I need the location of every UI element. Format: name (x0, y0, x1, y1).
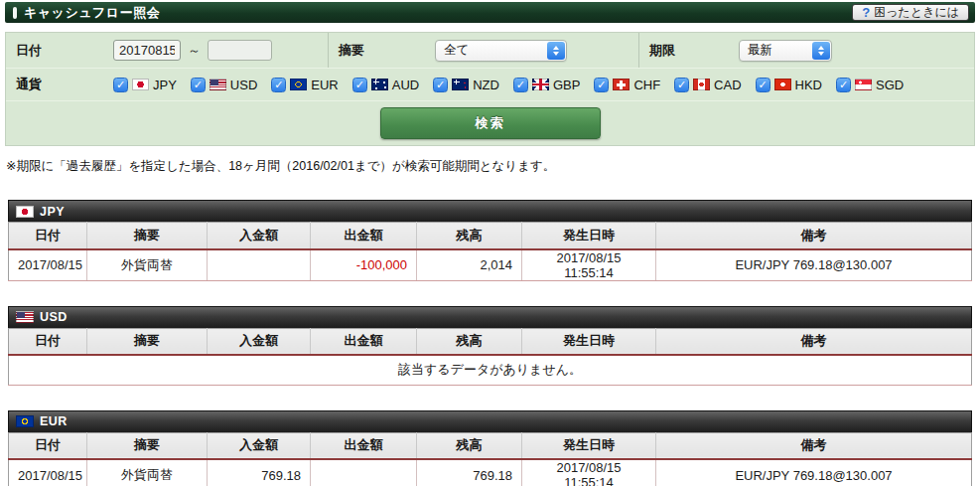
cashflow-table: 日付摘要入金額出金額残高発生日時備考 2017/08/15外貨両替769.187… (8, 432, 972, 486)
checkbox-checked-icon[interactable]: ✓ (674, 78, 689, 92)
date-to-input[interactable] (208, 40, 272, 61)
summary-select[interactable]: 全て (435, 40, 567, 62)
currency-flag-icon (613, 79, 630, 90)
column-header: 備考 (656, 223, 972, 249)
currency-flag-icon (210, 79, 226, 90)
checkbox-checked-icon[interactable]: ✓ (113, 78, 128, 92)
currency-checkbox-item[interactable]: ✓ AUD (352, 78, 419, 92)
cell-balance: 769.18 (417, 459, 522, 486)
currency-flag-icon (16, 311, 34, 323)
column-header: 備考 (656, 432, 972, 459)
column-header: 日付 (9, 432, 87, 459)
no-data-message: 該当するデータがありません。 (9, 355, 972, 385)
column-header: 摘要 (87, 328, 208, 355)
column-header: 発生日時 (522, 328, 656, 355)
currency-section-header: EUR (8, 410, 972, 432)
currency-checkbox-item[interactable]: ✓ CAD (674, 78, 741, 92)
date-from-input[interactable] (113, 40, 181, 61)
currency-flag-icon (132, 79, 149, 90)
column-header: 日付 (9, 223, 87, 249)
currency-code-label: CHF (633, 78, 660, 92)
column-header: 摘要 (87, 432, 208, 459)
currency-checkbox-item[interactable]: ✓ HKD (756, 78, 822, 92)
search-button[interactable]: 検索 (380, 107, 601, 139)
filter-row-search: 検索 (6, 101, 974, 145)
currency-code-label: GBP (553, 78, 580, 92)
summary-filter-group: 摘要 全て (329, 33, 639, 68)
currency-flag-icon (693, 79, 710, 90)
column-header: 摘要 (87, 223, 208, 249)
help-button-label: 困ったときには (874, 4, 959, 21)
currency-checkbox-list: ✓ JPY ✓ USD ✓ EUR ✓ AUD ✓ NZD ✓ GBP ✓ CH… (113, 78, 917, 92)
currency-section-title: EUR (40, 414, 68, 428)
date-label: 日付 (6, 42, 113, 60)
column-header: 出金額 (311, 432, 417, 459)
filter-row-currency: 通貨 ✓ JPY ✓ USD ✓ EUR ✓ AUD ✓ NZD ✓ GBP ✓… (6, 69, 974, 101)
help-button[interactable]: ? 困ったときには (852, 4, 969, 21)
page-title: キャッシュフロー照会 (24, 4, 160, 22)
table-row: 2017/08/15外貨両替769.18769.182017/08/15 11:… (9, 459, 972, 486)
search-period-note: ※期限に「過去履歴」を指定した場合、18ヶ月間（2016/02/01まで）が検索… (6, 158, 975, 175)
cashflow-table: 日付摘要入金額出金額残高発生日時備考 該当するデータがありません。 (8, 328, 972, 386)
currency-checkbox-item[interactable]: ✓ USD (191, 78, 257, 92)
term-filter-group: 期限 最新 (639, 33, 974, 68)
cell-balance: 2,014 (417, 249, 522, 281)
page: キャッシュフロー照会 ? 困ったときには 日付 ～ 摘要 全て (0, 0, 980, 175)
currency-section: EUR 日付摘要入金額出金額残高発生日時備考 2017/08/15外貨両替769… (8, 410, 972, 486)
cell-deposit (208, 249, 311, 281)
currency-label: 通貨 (6, 76, 113, 93)
cell-withdrawal (311, 459, 417, 486)
table-row: 2017/08/15外貨両替-100,0002,0142017/08/15 11… (9, 249, 972, 281)
currency-flag-icon (16, 415, 34, 427)
currency-flag-icon (452, 79, 469, 90)
cell-datetime: 2017/08/15 11:55:14 (522, 249, 656, 281)
currency-checkbox-item[interactable]: ✓ GBP (513, 78, 580, 92)
column-header: 残高 (417, 223, 522, 249)
currency-code-label: JPY (153, 78, 177, 92)
cell-remarks: EUR/JPY 769.18@130.007 (656, 249, 972, 281)
column-header: 備考 (656, 328, 972, 355)
checkbox-checked-icon[interactable]: ✓ (433, 78, 448, 92)
currency-flag-icon (774, 79, 791, 90)
currency-section-header: USD (8, 306, 972, 328)
checkbox-checked-icon[interactable]: ✓ (756, 78, 770, 92)
checkbox-checked-icon[interactable]: ✓ (352, 78, 367, 92)
cell-summary: 外貨両替 (87, 249, 208, 281)
checkbox-checked-icon[interactable]: ✓ (191, 78, 206, 92)
column-header: 出金額 (311, 223, 417, 249)
summary-label: 摘要 (329, 42, 435, 60)
currency-checkbox-item[interactable]: ✓ CHF (594, 78, 660, 92)
term-select[interactable]: 最新 (739, 40, 832, 62)
currency-checkbox-item[interactable]: ✓ SGD (836, 78, 904, 92)
cell-date: 2017/08/15 (9, 459, 87, 486)
currency-code-label: USD (230, 78, 257, 92)
filter-panel: 日付 ～ 摘要 全て 期限 最新 (5, 32, 975, 146)
currency-flag-icon (16, 206, 34, 218)
column-header: 入金額 (208, 432, 311, 459)
currency-section-header: JPY (8, 200, 972, 222)
title-accent-bar-icon (13, 7, 17, 19)
currency-flag-icon (855, 79, 872, 90)
checkbox-checked-icon[interactable]: ✓ (513, 78, 528, 92)
currency-checkbox-item[interactable]: ✓ NZD (433, 78, 499, 92)
currency-flag-icon (290, 79, 307, 90)
currency-code-label: AUD (392, 78, 419, 92)
column-header: 発生日時 (522, 432, 656, 459)
currency-flag-icon (371, 79, 388, 90)
select-stepper-icon (547, 42, 565, 60)
checkbox-checked-icon[interactable]: ✓ (836, 78, 851, 92)
cell-summary: 外貨両替 (87, 459, 208, 486)
currency-checkbox-item[interactable]: ✓ JPY (113, 78, 177, 92)
checkbox-checked-icon[interactable]: ✓ (594, 78, 609, 92)
currency-section-title: USD (40, 310, 68, 324)
filter-row-date-summary-term: 日付 ～ 摘要 全て 期限 最新 (6, 33, 974, 69)
date-filter-group: 日付 ～ (6, 33, 329, 68)
currency-checkbox-item[interactable]: ✓ EUR (271, 78, 338, 92)
title-bar: キャッシュフロー照会 ? 困ったときには (5, 2, 975, 23)
checkbox-checked-icon[interactable]: ✓ (271, 78, 286, 92)
column-header: 出金額 (311, 328, 417, 355)
currency-code-label: SGD (876, 78, 904, 92)
cell-remarks: EUR/JPY 769.18@130.007 (656, 459, 972, 486)
question-mark-icon: ? (862, 5, 870, 20)
table-header-row: 日付摘要入金額出金額残高発生日時備考 (9, 223, 972, 249)
